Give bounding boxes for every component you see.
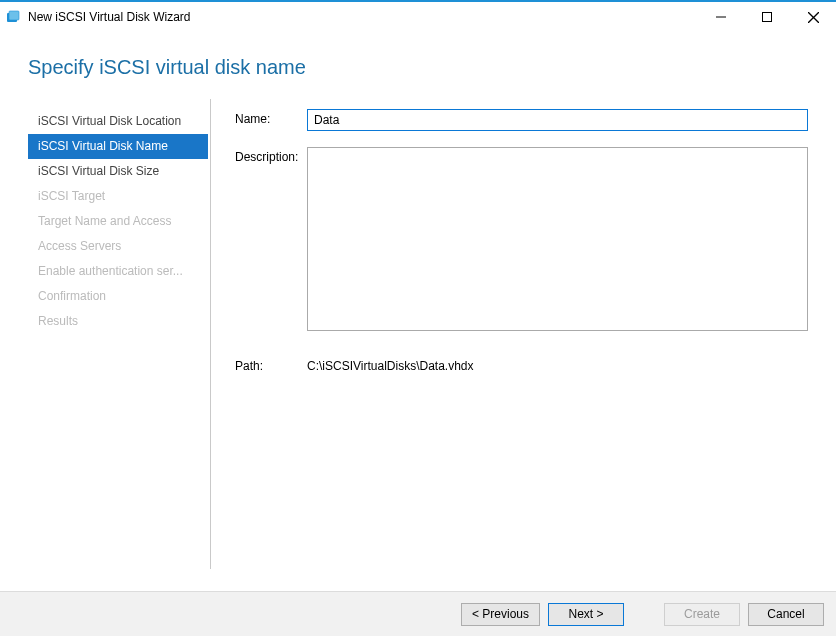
description-input[interactable] xyxy=(307,147,808,331)
step-target-name: Target Name and Access xyxy=(28,209,208,234)
next-button[interactable]: Next > xyxy=(548,603,624,626)
path-value: C:\iSCSIVirtualDisks\Data.vhdx xyxy=(307,356,808,373)
footer: < Previous Next > Create Cancel xyxy=(0,591,836,636)
heading-area: Specify iSCSI virtual disk name xyxy=(0,32,836,99)
step-disk-size[interactable]: iSCSI Virtual Disk Size xyxy=(28,159,208,184)
path-label: Path: xyxy=(235,356,307,373)
description-row: Description: xyxy=(235,147,808,334)
step-enable-auth: Enable authentication ser... xyxy=(28,259,208,284)
previous-button[interactable]: < Previous xyxy=(461,603,540,626)
step-disk-name[interactable]: iSCSI Virtual Disk Name xyxy=(28,134,208,159)
step-disk-location[interactable]: iSCSI Virtual Disk Location xyxy=(28,109,208,134)
wizard-steps: iSCSI Virtual Disk Location iSCSI Virtua… xyxy=(28,99,211,569)
minimize-button[interactable] xyxy=(698,2,744,32)
cancel-button[interactable]: Cancel xyxy=(748,603,824,626)
window-controls xyxy=(698,2,836,32)
wizard-window: New iSCSI Virtual Disk Wizard Specify iS… xyxy=(0,0,836,636)
step-access-servers: Access Servers xyxy=(28,234,208,259)
name-label: Name: xyxy=(235,109,307,126)
create-button: Create xyxy=(664,603,740,626)
name-row: Name: xyxy=(235,109,808,131)
step-confirmation: Confirmation xyxy=(28,284,208,309)
path-row: Path: C:\iSCSIVirtualDisks\Data.vhdx xyxy=(235,356,808,373)
description-label: Description: xyxy=(235,147,307,164)
name-input[interactable] xyxy=(307,109,808,131)
app-icon xyxy=(6,9,22,25)
step-iscsi-target: iSCSI Target xyxy=(28,184,208,209)
form-area: Name: Description: Path: C:\iSCSIVirtual… xyxy=(211,99,808,591)
page-heading: Specify iSCSI virtual disk name xyxy=(28,56,808,79)
window-title: New iSCSI Virtual Disk Wizard xyxy=(28,10,190,24)
step-results: Results xyxy=(28,309,208,334)
maximize-button[interactable] xyxy=(744,2,790,32)
svg-rect-3 xyxy=(763,13,772,22)
body: iSCSI Virtual Disk Location iSCSI Virtua… xyxy=(0,99,836,591)
close-button[interactable] xyxy=(790,2,836,32)
title-bar: New iSCSI Virtual Disk Wizard xyxy=(0,2,836,32)
svg-rect-1 xyxy=(9,11,19,20)
